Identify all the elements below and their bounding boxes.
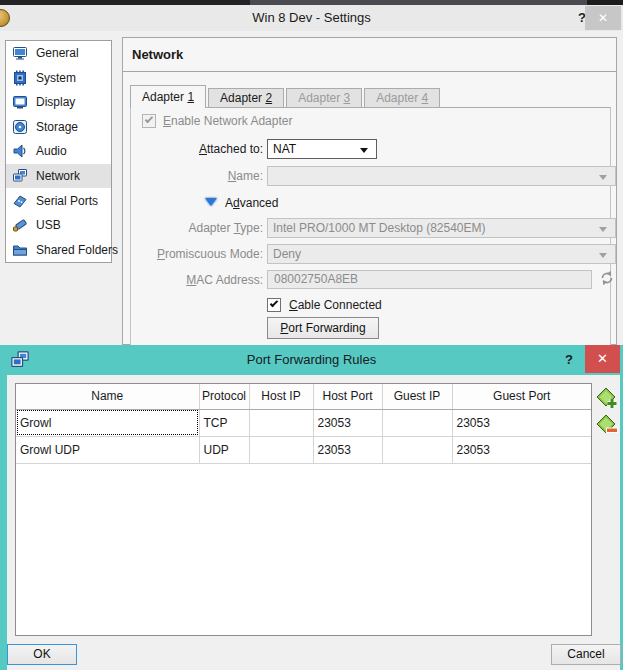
name-select: [267, 166, 616, 186]
advanced-expander-icon[interactable]: [205, 198, 217, 206]
sidebar-item-shared-folders[interactable]: Shared Folders: [6, 237, 111, 262]
ok-button[interactable]: OK: [7, 644, 77, 665]
mac-address-field: 08002750A8EB: [267, 270, 592, 289]
remove-rule-icon: [596, 414, 618, 436]
promiscuous-mode-value: Deny: [273, 247, 301, 261]
col-header-guest-port[interactable]: Guest Port: [452, 384, 591, 409]
pf-dialog-title: Port Forwarding Rules: [0, 345, 623, 375]
cell-host-ip[interactable]: [249, 409, 313, 436]
storage-icon: [12, 119, 28, 135]
cell-host-port[interactable]: 23053: [313, 409, 382, 436]
page-title: Network: [123, 38, 616, 72]
cell-protocol[interactable]: TCP: [199, 409, 249, 436]
col-header-protocol[interactable]: Protocol: [199, 384, 249, 409]
cell-guest-ip[interactable]: [382, 436, 452, 463]
port-forwarding-button[interactable]: Port Forwarding: [267, 317, 379, 339]
cell-name[interactable]: Growl: [16, 409, 199, 436]
sidebar-label: Display: [36, 95, 75, 109]
add-rule-icon: [596, 387, 618, 409]
sidebar-item-general[interactable]: General: [6, 41, 111, 66]
enable-adapter-row: Enable Network Adapter: [131, 111, 616, 131]
sidebar-item-usb[interactable]: USB: [6, 213, 111, 238]
remove-rule-button[interactable]: [596, 414, 618, 436]
cell-host-ip[interactable]: [249, 436, 313, 463]
cell-guest-port[interactable]: 23053: [452, 409, 591, 436]
attached-to-value: NAT: [273, 142, 296, 156]
sidebar-item-display[interactable]: Display: [6, 90, 111, 115]
tab-adapter-3: Adapter 3: [286, 88, 362, 108]
advanced-label[interactable]: Advanced: [225, 193, 278, 213]
col-header-host-ip[interactable]: Host IP: [249, 384, 313, 409]
settings-window-title: Win 8 Dev - Settings: [0, 5, 623, 31]
adapter-type-select: Intel PRO/1000 MT Desktop (82540EM): [267, 218, 616, 238]
sidebar-label: Shared Folders: [36, 243, 118, 257]
cell-guest-ip[interactable]: [382, 409, 452, 436]
pf-rule-row: Growl UDP UDP 23053 23053: [16, 436, 591, 463]
refresh-icon: [598, 269, 616, 287]
chevron-down-icon: [360, 148, 368, 153]
pf-rule-row: Growl TCP 23053 23053: [16, 409, 591, 436]
settings-close-button[interactable]: ✕: [585, 6, 621, 30]
pf-dialog-titlebar[interactable]: Port Forwarding Rules ? ✕: [0, 345, 623, 375]
sidebar-label: Storage: [36, 120, 78, 134]
chevron-down-icon: [599, 227, 607, 232]
network-icon: [12, 168, 28, 184]
cable-connected-checkbox[interactable]: [267, 298, 281, 312]
system-icon: [12, 70, 28, 86]
enable-adapter-label: Enable Network Adapter: [163, 111, 292, 131]
screen: { "settings": { "title": "Win 8 Dev - Se…: [0, 0, 623, 670]
attached-to-select[interactable]: NAT: [267, 139, 377, 159]
chevron-down-icon: [599, 253, 607, 258]
pf-close-button[interactable]: ✕: [585, 345, 620, 373]
sidebar-label: Serial Ports: [36, 194, 98, 208]
regenerate-mac-button: [598, 269, 618, 289]
cell-protocol[interactable]: UDP: [199, 436, 249, 463]
cell-name[interactable]: Growl UDP: [16, 436, 199, 463]
mac-address-row: MAC Address: 08002750A8EB: [131, 270, 616, 290]
port-forwarding-row: Port Forwarding: [131, 317, 616, 341]
col-header-guest-ip[interactable]: Guest IP: [382, 384, 452, 409]
adapter-tabbar: Adapter 1 Adapter 2 Adapter 3 Adapter 4: [130, 85, 442, 108]
sidebar-item-serial-ports[interactable]: Serial Ports: [6, 188, 111, 213]
pf-dialog-body: Name Protocol Host IP Host Port Guest IP…: [7, 375, 620, 670]
sidebar-item-system[interactable]: System: [6, 66, 111, 91]
network-settings-pane: Network Adapter 1 Adapter 2 Adapter 3 Ad…: [122, 37, 617, 345]
tab-adapter-2[interactable]: Adapter 2: [208, 88, 284, 108]
cable-connected-row: Cable Connected: [131, 295, 616, 315]
col-header-host-port[interactable]: Host Port: [313, 384, 382, 409]
sidebar-label: Audio: [36, 144, 67, 158]
name-label: Name:: [131, 166, 263, 186]
col-header-name[interactable]: Name: [16, 384, 199, 409]
attached-to-row: Attached to: NAT: [131, 139, 616, 159]
settings-sidebar: General System Display Storage Audio: [5, 40, 112, 263]
cancel-button[interactable]: Cancel: [551, 644, 621, 665]
pf-rules-table: Name Protocol Host IP Host Port Guest IP…: [15, 383, 592, 636]
sidebar-item-storage[interactable]: Storage: [6, 115, 111, 140]
cell-host-port[interactable]: 23053: [313, 436, 382, 463]
sidebar-item-audio[interactable]: Audio: [6, 139, 111, 164]
shared-folders-icon: [12, 242, 28, 258]
promiscuous-mode-label: Promiscuous Mode:: [131, 244, 263, 264]
sidebar-label: General: [36, 46, 79, 60]
pf-help-button[interactable]: ?: [558, 345, 580, 375]
sidebar-label: Network: [36, 169, 80, 183]
name-row: Name:: [131, 166, 616, 186]
add-rule-button[interactable]: [596, 387, 618, 409]
cable-connected-label[interactable]: Cable Connected: [289, 295, 382, 315]
pf-table-header-row: Name Protocol Host IP Host Port Guest IP…: [16, 384, 591, 409]
tab-adapter-4: Adapter 4: [364, 88, 440, 108]
adapter-type-value: Intel PRO/1000 MT Desktop (82540EM): [273, 221, 486, 235]
display-icon: [12, 94, 28, 110]
promiscuous-mode-select: Deny: [267, 244, 616, 264]
sidebar-item-network[interactable]: Network: [6, 164, 111, 189]
sidebar-label: System: [36, 71, 76, 85]
settings-titlebar[interactable]: Win 8 Dev - Settings ? ✕: [0, 5, 623, 31]
audio-icon: [12, 143, 28, 159]
usb-icon: [12, 217, 28, 233]
general-icon: [12, 45, 28, 61]
serial-ports-icon: [12, 193, 28, 209]
adapter-type-row: Adapter Type: Intel PRO/1000 MT Desktop …: [131, 218, 616, 238]
tab-adapter-1[interactable]: Adapter 1: [130, 85, 206, 108]
cell-guest-port[interactable]: 23053: [452, 436, 591, 463]
adapter-type-label: Adapter Type:: [131, 218, 263, 238]
